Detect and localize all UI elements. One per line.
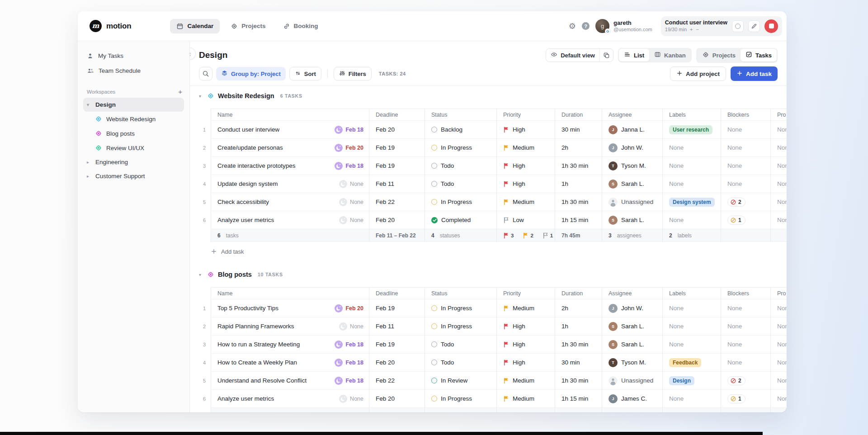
video-progress-bar[interactable]	[0, 432, 763, 435]
blockers-none: None	[727, 144, 742, 151]
search-button[interactable]	[199, 67, 212, 80]
column-header-blockers[interactable]: Blockers	[721, 287, 770, 299]
blockers-cell: None	[721, 139, 770, 157]
column-header-assignee[interactable]: Assignee	[602, 109, 662, 121]
column-header-duration[interactable]: Duration	[555, 287, 602, 299]
add-task-button[interactable]: Add task	[731, 66, 778, 81]
column-header-label: Deadline	[376, 290, 398, 297]
labels-cell: Feedback	[662, 354, 721, 372]
flag-count: 3	[511, 233, 514, 238]
sidebar-item-my-tasks[interactable]: My Tasks	[83, 48, 184, 63]
layout-toggle: List Kanban	[618, 48, 692, 62]
task-name-cell: Conduct user interviewFeb 18	[211, 121, 369, 139]
task-row[interactable]: 6Analyze user metricsNoneFeb 20In Progre…	[198, 390, 787, 408]
task-row[interactable]: 2Create/update personasFeb 20Feb 19In Pr…	[198, 139, 787, 157]
top-tab-booking[interactable]: Booking	[277, 19, 325, 33]
labels-none: None	[669, 144, 684, 151]
task-name-cell: How to run a Strategy MeetingFeb 18	[211, 336, 369, 354]
task-row[interactable]: 6Analyze user metricsNoneFeb 20Completed…	[198, 211, 787, 229]
column-header-labels[interactable]: Labels	[662, 287, 721, 299]
timer-complete-button[interactable]	[732, 20, 744, 32]
filters-button[interactable]: Filters	[334, 67, 372, 80]
kanban-view-tab[interactable]: Kanban	[649, 49, 691, 61]
top-tab-calendar[interactable]: Calendar	[170, 19, 220, 33]
workspace-item-customer-support[interactable]: ▸Customer Support	[83, 169, 184, 183]
task-row[interactable]: 4How to Create a Weekly PlanFeb 18Feb 20…	[198, 354, 787, 372]
priority-cell: Medium	[496, 372, 555, 390]
summary-empty	[602, 408, 662, 412]
default-view-button[interactable]: Default view	[546, 49, 599, 61]
avatar: J	[609, 304, 618, 313]
sidebar-item-team-schedule[interactable]: Team Schedule	[83, 63, 184, 78]
column-header-status[interactable]: Status	[425, 287, 496, 299]
duration-value: 1h	[561, 323, 568, 330]
sort-button[interactable]: Sort	[289, 67, 321, 80]
user-menu[interactable]: g G gareth @usemotion.com	[595, 19, 652, 33]
column-header-pro[interactable]: Pro	[770, 109, 787, 121]
status-label: Todo	[441, 180, 454, 187]
chevron-down-icon[interactable]: ▾	[199, 272, 203, 277]
labels-none: None	[669, 323, 684, 330]
chevron-down-icon[interactable]: ▾	[199, 94, 203, 99]
progress-value: None	[777, 323, 787, 330]
add-task-row-button[interactable]: Add task	[211, 246, 244, 257]
projects-tab[interactable]: Projects	[697, 49, 741, 62]
user-handle: @usemotion.com	[613, 27, 652, 33]
assignee-name: John W.	[621, 144, 643, 151]
workspace-item-website-redesign[interactable]: Website Redesign	[83, 112, 184, 126]
timer-minus-button[interactable]: −	[696, 26, 699, 33]
column-header-duration[interactable]: Duration	[555, 109, 602, 121]
status-label: In Progress	[441, 305, 472, 312]
task-row[interactable]: 1Conduct user interviewFeb 18Feb 20Backl…	[198, 121, 787, 139]
settings-gear-icon[interactable]: ⚙	[569, 22, 576, 30]
list-view-tab[interactable]: List	[619, 49, 649, 61]
column-header-labels[interactable]: Labels	[662, 109, 721, 121]
column-header-deadline[interactable]: Deadline	[369, 287, 425, 299]
task-name: Understand and Resolve Conflict	[217, 377, 307, 384]
workspace-item-engineering[interactable]: ▸Engineering	[83, 155, 184, 169]
duplicate-view-button[interactable]	[599, 49, 613, 61]
column-header-pro[interactable]: Pro	[770, 287, 787, 299]
add-project-button[interactable]: Add project	[670, 66, 726, 81]
add-workspace-button[interactable]: +	[178, 88, 182, 95]
moon-sparkle-icon	[335, 304, 343, 312]
group-by-button[interactable]: Group by: Project	[216, 67, 286, 80]
priority-flag-icon	[503, 199, 509, 205]
progress-cell: None	[770, 354, 787, 372]
workspace-item-review-ui-ux[interactable]: Review UI/UX	[83, 141, 184, 155]
row-number: 5	[198, 193, 211, 211]
tasks-tab[interactable]: Tasks	[741, 49, 777, 61]
timer-plus-button[interactable]: +	[690, 26, 693, 33]
project-section-header[interactable]: ▾Blog posts10 TASKS	[199, 270, 787, 279]
column-header-priority[interactable]: Priority	[496, 287, 555, 299]
priority-flag-count: 3	[503, 232, 515, 239]
timer-stop-button[interactable]	[764, 19, 778, 33]
column-header-name[interactable]: Name	[211, 287, 369, 299]
task-row[interactable]: 3Create interactive prototypesFeb 18Feb …	[198, 157, 787, 175]
column-header-deadline[interactable]: Deadline	[369, 109, 425, 121]
assignee-name: John W.	[621, 305, 643, 312]
search-icon	[202, 70, 209, 77]
task-row[interactable]: 3How to run a Strategy MeetingFeb 18Feb …	[198, 336, 787, 354]
column-header-blockers[interactable]: Blockers	[721, 109, 770, 121]
task-row[interactable]: 5Understand and Resolve ConflictFeb 18Fe…	[198, 372, 787, 390]
column-header-assignee[interactable]: Assignee	[602, 287, 662, 299]
kanban-icon	[654, 51, 661, 59]
help-icon[interactable]: ?	[582, 22, 590, 30]
task-row[interactable]: 2Rapid Planning FrameworksNoneFeb 11In P…	[198, 317, 787, 336]
assignee-value: JJames C.	[609, 394, 647, 403]
priority-flag-count: 2	[523, 232, 535, 239]
column-header-name[interactable]: Name	[211, 109, 369, 121]
workspace-item-blog-posts[interactable]: Blog posts	[83, 126, 184, 141]
timer-edit-button[interactable]	[748, 20, 760, 32]
table-header-row: NameDeadlineStatusPriorityDurationAssign…	[198, 109, 787, 121]
task-row[interactable]: 5Check accessibilityNoneFeb 22In Progres…	[198, 193, 787, 211]
task-row[interactable]: 4Update design systemNoneFeb 11TodoHigh1…	[198, 175, 787, 193]
project-section-header[interactable]: ▾Website Redesign6 TASKS	[199, 91, 787, 100]
column-header-status[interactable]: Status	[425, 109, 496, 121]
progress-value: None	[777, 377, 787, 384]
top-tab-projects[interactable]: Projects	[224, 19, 272, 33]
column-header-priority[interactable]: Priority	[496, 109, 555, 121]
task-row[interactable]: 1Top 5 Productivity TipsFeb 20Feb 19In P…	[198, 299, 787, 317]
workspace-item-design[interactable]: ▾Design	[83, 98, 184, 112]
